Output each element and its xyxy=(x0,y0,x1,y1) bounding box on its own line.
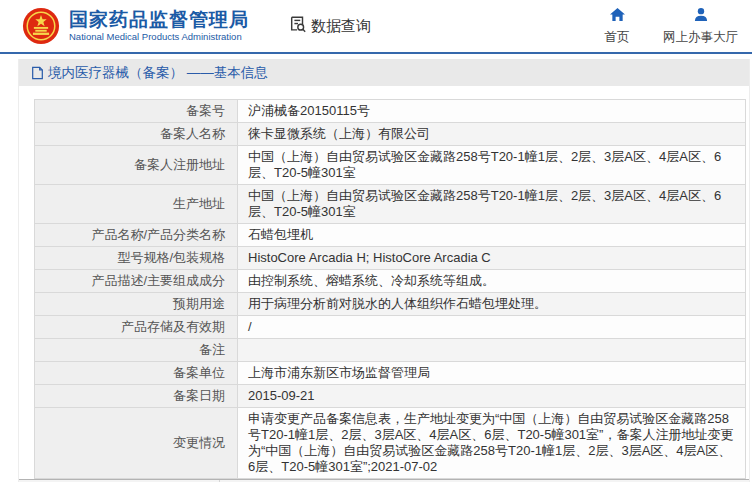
home-icon xyxy=(609,7,626,26)
table-row: 预期用途 用于病理分析前对脱水的人体组织作石蜡包埋处理。 xyxy=(35,293,746,316)
row-value: 徕卡显微系统（上海）有限公司 xyxy=(238,123,746,146)
row-value: 由控制系统、熔蜡系统、冷却系统等组成。 xyxy=(238,270,746,293)
org-name-en: National Medical Products Administration xyxy=(69,31,249,43)
row-value: 用于病理分析前对脱水的人体组织作石蜡包埋处理。 xyxy=(238,293,746,316)
header-nav: 首页 网上办事大厅 xyxy=(597,7,738,46)
row-label: 备案日期 xyxy=(35,385,238,408)
row-label: 备案单位 xyxy=(35,362,238,385)
info-table: 备案号 沪浦械备20150115号 备案人名称 徕卡显微系统（上海）有限公司 备… xyxy=(34,99,746,479)
row-label: 产品描述/主要组成成分 xyxy=(35,270,238,293)
brand[interactable]: 国家药品监督管理局 National Medical Products Admi… xyxy=(22,7,249,45)
row-value: 2015-09-21 xyxy=(238,385,746,408)
table-row: 变更情况 申请变更产品备案信息表，生产地址变更为“中国（上海）自由贸易试验区金藏… xyxy=(35,408,746,479)
row-label: 预期用途 xyxy=(35,293,238,316)
table-row: 产品名称/产品分类名称 石蜡包埋机 xyxy=(35,224,746,247)
org-name-cn: 国家药品监督管理局 xyxy=(69,9,249,31)
row-label: 产品存储及有效期 xyxy=(35,316,238,339)
row-value: 中国（上海）自由贸易试验区金藏路258号T20-1幢1层、2层、3层A区、4层A… xyxy=(238,146,746,185)
row-label: 型号规格/包装规格 xyxy=(35,247,238,270)
data-query-icon xyxy=(289,15,311,37)
table-row: 备案日期 2015-09-21 xyxy=(35,385,746,408)
nav-service-hall[interactable]: 网上办事大厅 xyxy=(663,7,738,46)
row-label: 备注 xyxy=(35,339,238,362)
table-row: 备案号 沪浦械备20150115号 xyxy=(35,100,746,123)
national-emblem-logo xyxy=(22,7,60,45)
section-bar: 境内医疗器械（备案） ——基本信息 xyxy=(19,59,749,86)
table-row: 型号规格/包装规格 HistoCore Arcadia H; HistoCore… xyxy=(35,247,746,270)
nav-home[interactable]: 首页 xyxy=(597,7,637,46)
data-query-label: 数据查询 xyxy=(311,17,371,36)
table-row: 备案人名称 徕卡显微系统（上海）有限公司 xyxy=(35,123,746,146)
row-value: 申请变更产品备案信息表，生产地址变更为“中国（上海）自由贸易试验区金藏路258号… xyxy=(238,408,746,479)
user-icon xyxy=(693,7,709,26)
row-value: 中国（上海）自由贸易试验区金藏路258号T20-1幢1层、2层、3层A区、4层A… xyxy=(238,185,746,224)
row-label: 生产地址 xyxy=(35,185,238,224)
nav-service-hall-label: 网上办事大厅 xyxy=(663,29,738,46)
table-row: 备案单位 上海市浦东新区市场监督管理局 xyxy=(35,362,746,385)
row-label: 备案人名称 xyxy=(35,123,238,146)
row-value: 石蜡包埋机 xyxy=(238,224,746,247)
row-label: 产品名称/产品分类名称 xyxy=(35,224,238,247)
card-body: 备案号 沪浦械备20150115号 备案人名称 徕卡显微系统（上海）有限公司 备… xyxy=(19,86,749,482)
page-title: 境内医疗器械（备案） ——基本信息 xyxy=(48,64,268,82)
table-row: 生产地址 中国（上海）自由贸易试验区金藏路258号T20-1幢1层、2层、3层A… xyxy=(35,185,746,224)
row-value: 沪浦械备20150115号 xyxy=(238,100,746,123)
table-row: 产品描述/主要组成成分 由控制系统、熔蜡系统、冷却系统等组成。 xyxy=(35,270,746,293)
nav-home-label: 首页 xyxy=(605,29,630,46)
table-row: 备案人注册地址 中国（上海）自由贸易试验区金藏路258号T20-1幢1层、2层、… xyxy=(35,146,746,185)
row-value xyxy=(238,339,746,362)
row-value: / xyxy=(238,316,746,339)
table-row: 产品存储及有效期 / xyxy=(35,316,746,339)
document-icon xyxy=(31,66,44,80)
table-row: 备注 xyxy=(35,339,746,362)
row-label: 变更情况 xyxy=(35,408,238,479)
site-header: 国家药品监督管理局 National Medical Products Admi… xyxy=(0,0,752,54)
row-label: 备案人注册地址 xyxy=(35,146,238,185)
content-card: 境内医疗器械（备案） ——基本信息 备案号 沪浦械备20150115号 备案人名… xyxy=(18,59,750,482)
row-value: 上海市浦东新区市场监督管理局 xyxy=(238,362,746,385)
data-query-link[interactable]: 数据查询 xyxy=(289,15,371,37)
row-value: HistoCore Arcadia H; HistoCore Arcadia C xyxy=(238,247,746,270)
row-label: 备案号 xyxy=(35,100,238,123)
brand-text: 国家药品监督管理局 National Medical Products Admi… xyxy=(69,9,249,43)
